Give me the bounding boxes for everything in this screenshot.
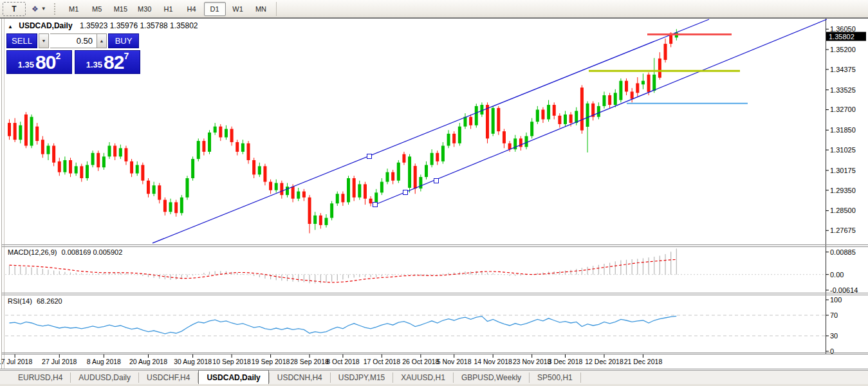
sell-price-prefix: 1.35 [18,59,34,71]
rsi-name: RSI(14) [8,297,32,305]
candle-body [75,166,78,173]
timeframe-toolbar: M1M5M15M30H1H4D1W1MN [62,2,273,16]
candle-body [541,109,544,119]
date-tick-label: 30 Aug 2018 [174,358,212,365]
candle-body [286,187,289,195]
buy-price-display[interactable]: 1.35 82 7 [75,50,140,74]
candle-body [63,160,66,172]
candle-body [469,117,472,125]
candle-body [402,154,405,163]
macd-indicator-label: MACD(12,26,9) 0.008169 0.005902 [8,248,122,256]
candle-body [52,146,55,163]
buy-price-prefix: 1.35 [86,59,102,71]
sell-price-display[interactable]: 1.35 80 2 [6,50,72,74]
candle-body [308,198,311,224]
date-tick-label: 17 Oct 2018 [364,358,400,365]
buy-button[interactable]: BUY [108,33,139,48]
chart-tab-EURUSD-H4[interactable]: EURUSD,H4 [10,371,70,385]
candle-body [14,123,17,140]
timeframe-button-M15[interactable]: M15 [109,2,132,16]
lower-channel-line-handle[interactable] [373,202,378,207]
candle-body [180,198,183,213]
candle-body [414,166,417,188]
timeframe-button-MN[interactable]: MN [250,2,272,16]
candle-body [608,95,611,105]
timeframe-button-M30[interactable]: M30 [133,2,156,16]
candle-body [503,131,506,143]
objects-tool-icon: ❖ [32,5,39,14]
date-tick-label: 5 Nov 2018 [437,358,472,365]
candle-body [158,185,161,199]
price-tick-label: 1.31025 [830,146,856,154]
chart-tab-bar: EURUSD,H4AUDUSD,DailyUSDCHF,H4USDCAD,Dai… [0,370,868,385]
price-tick-label: 1.32700 [830,106,856,113]
price-tick-label: 1.36050 [830,25,856,33]
candle-body [30,117,33,146]
candle-body [41,140,44,154]
candle-body [324,218,328,225]
candle-body [235,142,239,152]
candle-body [658,59,661,78]
upper-channel-line-handle[interactable] [367,154,372,158]
date-tick-label: 23 Nov 2018 [513,358,551,365]
buy-price-pip: 7 [124,52,129,60]
candle-body [619,81,622,100]
candle-body [163,200,167,212]
date-tick-label: 17 Jul 2018 [0,358,32,365]
date-tick-label: 14 Nov 2018 [474,358,512,365]
rsi-scale-label: 30 [830,332,838,340]
date-tick-label: 20 Aug 2018 [129,358,167,365]
date-tick-label: 12 Dec 2018 [585,358,623,365]
chart-tab-XAUUSD-H1[interactable]: XAUUSD,H1 [393,371,453,385]
chart-tab-USDCAD-Daily[interactable]: USDCAD,Daily [198,370,268,385]
candle-body [369,199,373,203]
chart-tab-GBPUSD-Weekly[interactable]: GBPUSD,Weekly [454,371,529,385]
date-tick-label: 21 Dec 2018 [624,358,663,365]
candle-body [297,192,300,199]
chart-tab-USDJPY-M15[interactable]: USDJPY,M15 [331,371,392,385]
volume-input[interactable]: 0.50 [50,33,97,48]
rsi-indicator-label: RSI(14) 68.2620 [8,297,62,305]
timeframe-button-W1[interactable]: W1 [227,2,249,16]
timeframe-button-D1[interactable]: D1 [204,2,226,16]
candle-body [525,136,528,147]
lower-channel-line-handle[interactable] [434,178,439,183]
candle-body [553,105,556,116]
objects-tool-button[interactable]: ❖ ▼ [27,2,51,16]
toolbar-grip[interactable] [54,3,60,15]
chart-tab-SP500-H1[interactable]: SP500,H1 [530,371,580,385]
candle-body [575,111,578,123]
candle-body [492,108,495,134]
volume-increase-button[interactable]: ▲ [97,33,107,48]
candle-body [58,161,61,172]
rsi-scale-label: 70 [830,311,838,319]
timeframe-button-H4[interactable]: H4 [181,2,203,16]
candle-body [313,216,317,224]
candle-body [425,165,428,177]
candle-body [580,87,584,131]
chart-tab-AUDUSD-Daily[interactable]: AUDUSD,Daily [71,371,138,385]
lower-channel-line-handle[interactable] [403,190,408,194]
macd-values: 0.008169 0.005902 [61,248,122,256]
candle-body [347,178,350,202]
chart-tab-USDCHF-H4[interactable]: USDCHF,H4 [139,371,198,385]
timeframe-button-M5[interactable]: M5 [86,2,108,16]
text-tool-button[interactable]: T [3,2,26,16]
price-tick-label: 1.27675 [830,226,856,234]
candle-body [136,165,139,173]
candle-body [564,115,567,124]
timeframe-button-M1[interactable]: M1 [63,2,85,16]
price-tick-label: 1.34375 [830,66,856,73]
timeframe-button-H1[interactable]: H1 [158,2,180,16]
candle-body [569,115,573,123]
candle-body [269,182,272,190]
candle-body [636,83,639,93]
ohlc-values: 1.35923 1.35976 1.35788 1.35802 [80,21,198,30]
volume-decrease-button[interactable]: ▼ [39,33,49,48]
chart-tab-USDCNH-H4[interactable]: USDCNH,H4 [270,371,330,385]
candle-body [625,81,628,92]
candle-body [508,143,512,149]
sell-button[interactable]: SELL [6,33,37,48]
collapse-arrow-icon[interactable]: ▲ [8,24,13,30]
candle-body [291,187,295,199]
